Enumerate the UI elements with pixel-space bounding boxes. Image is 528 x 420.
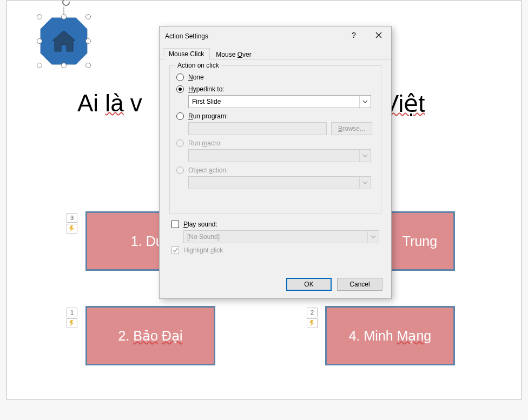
radio-hyperlink[interactable] [176, 85, 184, 93]
sound-value: [No Sound] [187, 233, 220, 241]
action-settings-dialog: Action Settings ? Mouse Click Mouse Over… [159, 26, 392, 299]
tab-strip: Mouse Click Mouse Over [160, 46, 391, 60]
hyperlink-value: First Slide [192, 98, 221, 105]
highlight-click-row: Highlight click [171, 246, 381, 254]
play-sound-row[interactable]: Play sound: [171, 221, 381, 228]
cancel-button[interactable]: Cancel [337, 278, 382, 291]
radio-object-action [176, 166, 184, 174]
svg-marker-1 [69, 225, 74, 232]
radio-run-program[interactable] [176, 112, 184, 120]
ok-button[interactable]: OK [286, 278, 332, 291]
radio-run-macro-label: Run macro: [188, 139, 222, 147]
radio-run-program-row[interactable]: Run program: [176, 112, 374, 120]
resize-handle[interactable] [85, 14, 91, 19]
rotate-handle-icon[interactable] [61, 0, 71, 7]
fieldset-legend: Action on click [175, 62, 221, 69]
svg-marker-0 [52, 31, 75, 51]
answer-box-2[interactable]: 2. Bảo Đại [85, 306, 215, 365]
radio-run-macro [176, 139, 184, 147]
chevron-down-icon [359, 96, 370, 108]
resize-handle[interactable] [37, 14, 42, 19]
radio-hyperlink-row[interactable]: Hyperlink to: [176, 85, 374, 93]
slide-title: Ai là v Việt [77, 90, 142, 117]
anim-order-badge[interactable]: 1 [67, 308, 77, 317]
resize-handle[interactable] [85, 63, 91, 68]
play-sound-label: Play sound: [183, 221, 217, 228]
title-part: v [124, 90, 142, 116]
radio-none-row[interactable]: None [176, 74, 374, 81]
svg-marker-3 [309, 320, 314, 326]
chevron-down-icon [367, 231, 378, 243]
chevron-down-icon [359, 177, 370, 189]
resize-handle[interactable] [85, 38, 91, 44]
radio-object-action-row: Object action: [176, 166, 374, 174]
play-sound-checkbox[interactable] [171, 221, 179, 228]
browse-button: Browse... [331, 122, 372, 135]
anim-trigger-icon[interactable] [67, 318, 77, 328]
rotate-line [63, 6, 64, 14]
hyperlink-combo[interactable]: First Slide [188, 95, 371, 108]
answer-box-4[interactable]: 4. Minh Mạng [325, 306, 455, 365]
title-part-wavy: là [105, 90, 123, 116]
home-icon [50, 29, 77, 55]
chevron-down-icon [359, 150, 370, 162]
resize-handle[interactable] [61, 63, 67, 68]
resize-handle[interactable] [37, 38, 42, 44]
run-macro-combo [188, 149, 371, 162]
browse-label: Browse... [338, 125, 365, 132]
close-button[interactable] [366, 26, 391, 44]
sound-combo: [No Sound] [183, 230, 379, 243]
radio-hyperlink-label: Hyperlink to: [188, 85, 225, 93]
radio-none[interactable] [176, 74, 184, 81]
radio-none-label: None [188, 74, 204, 81]
tab-mouse-click[interactable]: Mouse Click [163, 48, 210, 60]
help-button[interactable]: ? [341, 26, 366, 44]
anim-order-badge[interactable]: 2 [307, 308, 318, 317]
close-icon [375, 32, 382, 38]
run-program-field [188, 122, 327, 135]
selected-shape-home[interactable] [39, 17, 88, 65]
answer-label: 2. Bảo Đại [118, 328, 183, 344]
anim-trigger-icon[interactable] [307, 318, 318, 328]
resize-handle[interactable] [61, 14, 67, 19]
radio-run-macro-row: Run macro: [176, 139, 374, 147]
highlight-click-checkbox [171, 246, 179, 254]
action-on-click-group: Action on click None Hyperlink to: First… [169, 65, 381, 214]
answer-label: 4. Minh Mạng [349, 328, 432, 344]
svg-marker-2 [69, 320, 74, 326]
radio-object-action-label: Object action: [188, 166, 228, 174]
tab-label: Mouse Over [216, 51, 251, 58]
anim-trigger-icon[interactable] [67, 224, 77, 234]
tab-mouse-over[interactable]: Mouse Over [210, 49, 257, 60]
title-part: Ai [77, 90, 105, 116]
resize-handle[interactable] [37, 63, 42, 68]
highlight-click-label: Highlight click [183, 246, 223, 254]
dialog-footer: OK Cancel [286, 278, 382, 291]
radio-run-program-label: Run program: [188, 112, 228, 120]
dialog-body: Action on click None Hyperlink to: First… [160, 60, 391, 254]
object-action-combo [188, 176, 371, 189]
anim-order-badge[interactable]: 3 [67, 213, 77, 223]
